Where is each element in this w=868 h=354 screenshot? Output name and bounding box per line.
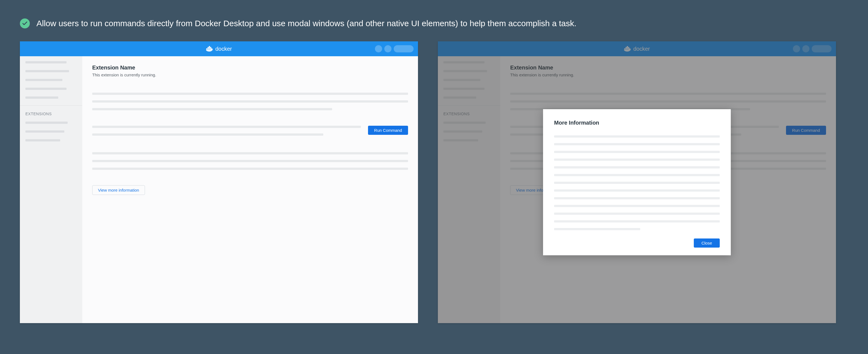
content-placeholder bbox=[92, 93, 408, 95]
extension-title: Extension Name bbox=[92, 65, 408, 71]
sidebar-item-placeholder[interactable] bbox=[25, 70, 69, 72]
modal-content-placeholder bbox=[554, 166, 720, 169]
check-circle-icon bbox=[20, 19, 30, 28]
topbar-avatar-placeholder[interactable] bbox=[375, 45, 382, 52]
mockup-panel-modal: docker EXTENSIONS bbox=[438, 41, 836, 323]
topbar-avatar-placeholder[interactable] bbox=[384, 45, 392, 52]
svg-rect-4 bbox=[208, 47, 209, 48]
modal-content-placeholder bbox=[554, 189, 720, 191]
content-placeholder bbox=[92, 168, 408, 170]
modal-content-placeholder bbox=[554, 151, 720, 153]
app-topbar: docker bbox=[20, 41, 418, 56]
docker-logo: docker bbox=[206, 46, 232, 52]
content-placeholder bbox=[92, 152, 408, 154]
content-placeholder bbox=[92, 160, 408, 162]
extension-subtitle: This extension is currently running. bbox=[92, 72, 408, 77]
sidebar-section-label: EXTENSIONS bbox=[25, 112, 77, 116]
svg-rect-0 bbox=[206, 48, 207, 49]
modal-content-placeholder bbox=[554, 220, 720, 222]
more-information-modal: More Information Close bbox=[543, 109, 731, 255]
sidebar-extension-item[interactable] bbox=[25, 139, 60, 141]
content-placeholder bbox=[92, 126, 361, 128]
svg-rect-2 bbox=[209, 48, 210, 49]
topbar-toggle-placeholder[interactable] bbox=[394, 45, 413, 52]
modal-content-placeholder bbox=[554, 182, 720, 184]
svg-rect-7 bbox=[209, 46, 210, 47]
sidebar-item-placeholder[interactable] bbox=[25, 97, 58, 99]
brand-text: docker bbox=[215, 46, 232, 52]
content-placeholder bbox=[92, 100, 408, 103]
sidebar-extension-item[interactable] bbox=[25, 131, 64, 133]
sidebar-extension-item[interactable] bbox=[25, 121, 68, 124]
modal-content-placeholder bbox=[554, 158, 720, 161]
modal-content-placeholder bbox=[554, 205, 720, 207]
modal-content-placeholder bbox=[554, 174, 720, 176]
mockup-panel-normal: docker EXTENSIONS bbox=[20, 41, 418, 323]
svg-rect-1 bbox=[208, 48, 209, 49]
sidebar-item-placeholder[interactable] bbox=[25, 61, 66, 63]
modal-content-placeholder bbox=[554, 228, 640, 230]
svg-rect-6 bbox=[210, 47, 211, 48]
svg-rect-5 bbox=[209, 47, 210, 48]
content-placeholder bbox=[92, 108, 332, 110]
guideline-caption: Allow users to run commands directly fro… bbox=[36, 17, 577, 29]
sidebar-divider bbox=[20, 105, 82, 106]
modal-title: More Information bbox=[554, 120, 720, 126]
extension-main: Extension Name This extension is current… bbox=[82, 56, 418, 323]
modal-content-placeholder bbox=[554, 213, 720, 215]
modal-content-placeholder bbox=[554, 135, 720, 138]
sidebar: EXTENSIONS bbox=[20, 56, 82, 323]
sidebar-item-placeholder[interactable] bbox=[25, 79, 62, 81]
content-placeholder bbox=[92, 134, 323, 136]
run-command-button[interactable]: Run Command bbox=[368, 126, 408, 135]
view-more-information-button[interactable]: View more information bbox=[92, 185, 145, 195]
sidebar-item-placeholder[interactable] bbox=[25, 88, 66, 90]
modal-content-placeholder bbox=[554, 197, 720, 199]
modal-close-button[interactable]: Close bbox=[694, 239, 720, 248]
modal-content-placeholder bbox=[554, 143, 720, 145]
